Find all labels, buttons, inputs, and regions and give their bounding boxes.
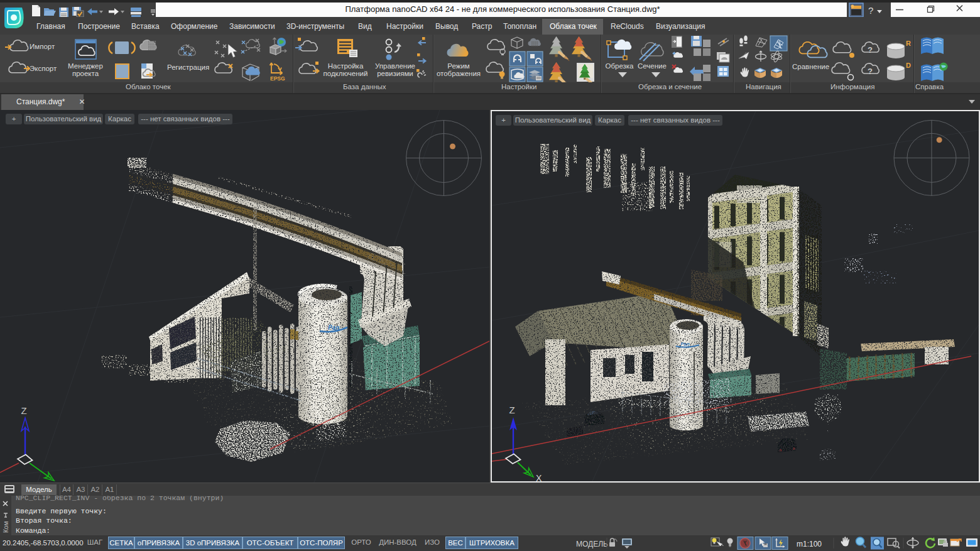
svg-text:R: R — [906, 40, 911, 47]
svg-text:X: X — [536, 473, 542, 481]
svg-text:Z: Z — [509, 405, 515, 415]
svg-text:?: ? — [868, 67, 873, 76]
svg-text:?: ? — [868, 45, 873, 55]
svg-text:EPSG: EPSG — [270, 75, 285, 82]
svg-text:Ком: Ком — [3, 521, 9, 533]
svg-text:?: ? — [868, 5, 873, 16]
svg-text:Pan: Pan — [680, 341, 690, 347]
svg-text:Z: Z — [21, 405, 27, 416]
svg-text:D: D — [906, 62, 911, 69]
svg-text:Pan: Pan — [328, 324, 339, 331]
